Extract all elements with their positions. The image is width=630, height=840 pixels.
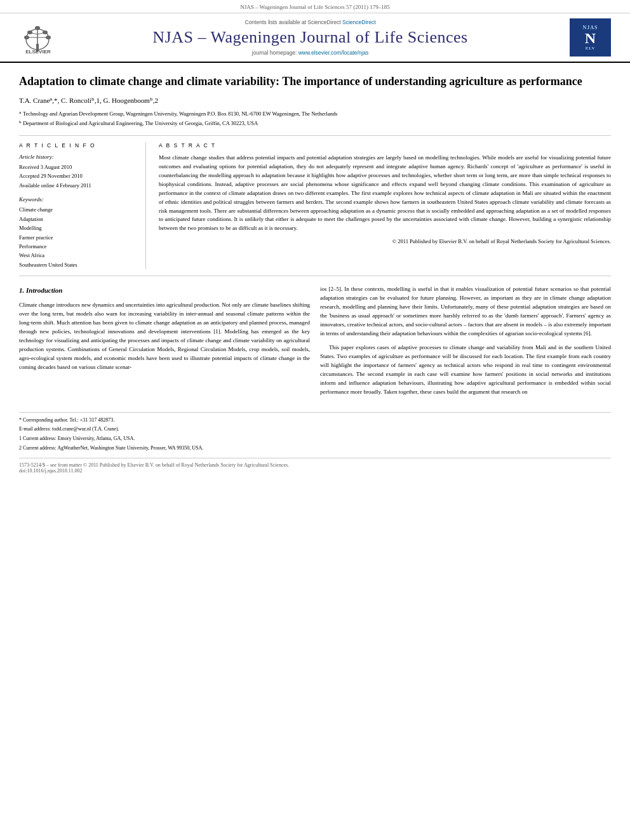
footnote-2: 2 Current address: AgWeatherNet, Washing…	[19, 444, 611, 453]
svg-point-12	[35, 26, 40, 30]
body-section: 1. Introduction Climate change introduce…	[19, 285, 611, 401]
footer-issn: 1573-5214/$ – see front matter © 2011 Pu…	[19, 462, 611, 468]
keyword-7: Southeastern United States	[19, 260, 137, 269]
body-col2-p1: ios [2–5]. In these contexts, modelling …	[320, 285, 611, 338]
article-info-heading: A R T I C L E I N F O	[19, 142, 137, 149]
keyword-4: Farmer practice	[19, 233, 137, 242]
history-label: Article history:	[19, 154, 137, 160]
authors: T.A. Craneᵃ,*, C. Roncoliᵇ,1, G. Hoogenb…	[19, 97, 611, 105]
history-received: Received 3 August 2010	[19, 163, 137, 171]
copyright-line: © 2011 Published by Elsevier B.V. on beh…	[159, 238, 611, 244]
footnote-corresponding: * Corresponding author. Tel.: +31 317 48…	[19, 417, 611, 425]
affiliation-b: ᵇ Department of Biological and Agricultu…	[19, 119, 611, 128]
history-accepted: Accepted 29 November 2010	[19, 171, 137, 180]
svg-point-10	[27, 30, 32, 34]
journal-center: Contents lists available at ScienceDirec…	[64, 19, 557, 56]
journal-citation: NJAS – Wageningen Journal of Life Scienc…	[240, 4, 389, 10]
njas-logo: NJAS N ELV	[570, 18, 611, 57]
footnotes: * Corresponding author. Tel.: +31 317 48…	[19, 412, 611, 453]
footnote-email: E-mail address: todd.crane@wur.nl (T.A. …	[19, 425, 611, 434]
abstract-text: Most climate change studies that address…	[159, 154, 611, 233]
top-bar: NJAS – Wageningen Journal of Life Scienc…	[0, 0, 630, 13]
keywords-label: Keywords:	[19, 196, 137, 203]
abstract-column: A B S T R A C T Most climate change stud…	[159, 142, 611, 269]
footnote-1: 1 Current address: Emory University, Atl…	[19, 435, 611, 443]
footer-bar: 1573-5214/$ – see front matter © 2011 Pu…	[19, 458, 611, 474]
journal-homepage-link[interactable]: www.elsevier.com/locate/njas	[298, 50, 369, 56]
keyword-6: West Africa	[19, 251, 137, 260]
affiliation-a: ᵃ Technology and Agrarian Development Gr…	[19, 110, 611, 118]
keyword-1: Climate change	[19, 205, 137, 214]
svg-point-11	[43, 30, 48, 34]
svg-point-8	[24, 36, 29, 39]
svg-text:ELSEVIER: ELSEVIER	[25, 49, 51, 55]
abstract-heading: A B S T R A C T	[159, 142, 611, 149]
body-col-left: 1. Introduction Climate change introduce…	[19, 285, 310, 401]
affiliations: ᵃ Technology and Agrarian Development Gr…	[19, 110, 611, 128]
history-items: Received 3 August 2010 Accepted 29 Novem…	[19, 163, 137, 190]
article-info-abstract-section: A R T I C L E I N F O Article history: R…	[19, 135, 611, 276]
keywords-list: Climate change Adaptation Modelling Farm…	[19, 205, 137, 269]
article-info-column: A R T I C L E I N F O Article history: R…	[19, 142, 146, 269]
article-title: Adaptation to climate change and climate…	[19, 74, 611, 89]
journal-header: ELSEVIER Contents lists available at Sci…	[0, 13, 630, 63]
section1-title: 1. Introduction	[19, 285, 310, 296]
journal-title: NJAS – Wageningen Journal of Life Scienc…	[64, 28, 557, 47]
svg-point-9	[46, 36, 51, 39]
elsevier-logo-area: ELSEVIER	[13, 20, 64, 55]
body-col1-p1: Climate change introduces new dynamics a…	[19, 301, 310, 372]
journal-homepage: journal homepage: www.elsevier.com/locat…	[64, 50, 557, 56]
keyword-3: Modelling	[19, 223, 137, 232]
keyword-2: Adaptation	[19, 215, 137, 223]
history-available: Available online 4 February 2011	[19, 181, 137, 190]
footer-doi: doi:10.1016/j.njas.2010.11.002	[19, 468, 611, 474]
keyword-5: Performance	[19, 242, 137, 251]
contents-available: Contents lists available at ScienceDirec…	[64, 19, 557, 25]
article-content: Adaptation to climate change and climate…	[0, 63, 630, 486]
body-col2-p2: This paper explores cases of adaptive pr…	[320, 343, 611, 397]
body-col-right: ios [2–5]. In these contexts, modelling …	[320, 285, 611, 401]
elsevier-logo: ELSEVIER	[13, 20, 64, 55]
